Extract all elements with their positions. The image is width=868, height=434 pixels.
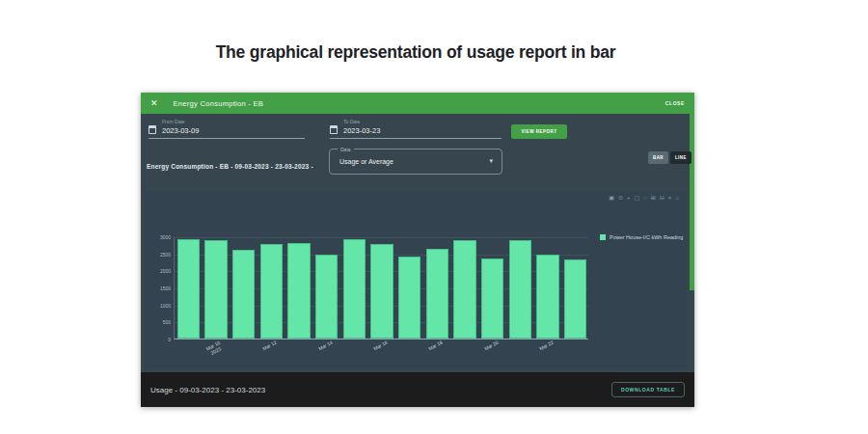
bar-toggle-button[interactable]: BAR bbox=[648, 151, 668, 164]
x-axis-tick: Mar 20 bbox=[483, 339, 500, 352]
zoom-in-icon[interactable]: ⊞ bbox=[651, 195, 656, 201]
footer-summary: Usage - 09-03-2023 - 23-03-2023 bbox=[150, 386, 265, 394]
box-select-icon[interactable]: ▢ bbox=[635, 195, 640, 201]
x-axis-tick: Mar 22 bbox=[538, 339, 555, 352]
x-axis-tick: Mar 14 bbox=[317, 339, 334, 352]
bar-mar-15[interactable] bbox=[343, 239, 366, 339]
bar-mar-23[interactable] bbox=[564, 259, 587, 339]
bar-mar-9[interactable] bbox=[177, 239, 201, 339]
bar-mar-19[interactable] bbox=[453, 240, 476, 339]
to-date-field[interactable]: To Date 2023-03-23 bbox=[330, 119, 502, 139]
camera-icon[interactable]: ▣ bbox=[609, 195, 614, 201]
chevron-down-icon: ▾ bbox=[489, 157, 493, 165]
x-axis-tick: Mar 18 bbox=[427, 339, 444, 352]
bar-mar-11[interactable] bbox=[232, 250, 256, 339]
line-toggle-button[interactable]: LINE bbox=[670, 151, 692, 164]
plot-area: 050010001500200025003000Mar 10 2023Mar 1… bbox=[174, 237, 588, 339]
bar-mar-13[interactable] bbox=[287, 243, 311, 339]
x-axis-tick: Mar 16 bbox=[372, 339, 389, 352]
download-table-button[interactable]: DOWNLOAD TABLE bbox=[611, 382, 685, 397]
y-axis-tick: 0 bbox=[149, 337, 171, 342]
zoom-out-icon[interactable]: ⊟ bbox=[660, 195, 665, 201]
y-axis-tick: 2000 bbox=[149, 268, 171, 274]
y-axis-tick: 1500 bbox=[149, 285, 171, 291]
reset-axes-icon[interactable]: ⌂ bbox=[675, 195, 679, 201]
bar-mar-16[interactable] bbox=[370, 244, 393, 339]
pan-icon[interactable]: + bbox=[627, 195, 631, 201]
energy-report-modal: ✕ Energy Consumption - EB CLOSE From Dat… bbox=[141, 93, 694, 407]
chart-card: ▣⊙+▢◌⊞⊟×⌂ Power House-I/C kWh Reading 05… bbox=[145, 191, 687, 368]
chart-modebar: ▣⊙+▢◌⊞⊟×⌂ bbox=[609, 195, 679, 201]
page: The graphical representation of usage re… bbox=[0, 0, 868, 434]
bar-mar-18[interactable] bbox=[426, 249, 449, 339]
y-axis-tick: 3000 bbox=[149, 234, 171, 240]
page-title: The graphical representation of usage re… bbox=[0, 42, 831, 63]
data-select-label: Data bbox=[338, 147, 354, 152]
chart-type-toggle: BAR LINE bbox=[648, 151, 692, 164]
report-title: Energy Consumption - EB - 09-03-2023 - 2… bbox=[147, 163, 313, 170]
data-select-value: Usage or Average bbox=[339, 158, 393, 165]
x-axis-tick: Mar 12 bbox=[261, 339, 278, 352]
modal-footer: Usage - 09-03-2023 - 23-03-2023 DOWNLOAD… bbox=[141, 372, 694, 407]
autoscale-icon[interactable]: × bbox=[668, 195, 672, 201]
calendar-icon bbox=[149, 125, 156, 134]
modal-header: ✕ Energy Consumption - EB CLOSE bbox=[141, 93, 694, 114]
bar-mar-22[interactable] bbox=[536, 255, 559, 339]
view-report-button[interactable]: VIEW REPORT bbox=[511, 124, 567, 139]
calendar-icon bbox=[330, 125, 338, 134]
legend-label: Power House-I/C kWh Reading bbox=[610, 234, 683, 240]
chart-legend[interactable]: Power House-I/C kWh Reading bbox=[600, 234, 683, 240]
data-select[interactable]: Data Usage or Average ▾ bbox=[329, 149, 502, 175]
close-icon[interactable]: ✕ bbox=[150, 98, 158, 108]
x-axis-tick: Mar 10 2023 bbox=[205, 339, 225, 357]
bar-mar-12[interactable] bbox=[260, 244, 284, 339]
bar-mar-20[interactable] bbox=[481, 258, 504, 339]
from-date-value[interactable]: 2023-03-09 bbox=[162, 126, 199, 135]
close-button[interactable]: CLOSE bbox=[665, 100, 685, 106]
zoom-icon[interactable]: ⊙ bbox=[618, 195, 623, 201]
legend-swatch bbox=[600, 234, 606, 240]
gridline bbox=[175, 237, 588, 238]
modal-right-accent bbox=[690, 93, 694, 290]
from-date-label: From Date bbox=[162, 119, 199, 124]
y-axis-tick: 1000 bbox=[149, 303, 171, 309]
from-date-field[interactable]: From Date 2023-03-09 bbox=[149, 119, 305, 139]
modal-title: Energy Consumption - EB bbox=[174, 99, 264, 108]
y-axis-tick: 2500 bbox=[149, 252, 171, 258]
bar-mar-17[interactable] bbox=[398, 257, 421, 339]
y-axis-tick: 500 bbox=[149, 319, 171, 325]
to-date-value[interactable]: 2023-03-23 bbox=[343, 126, 380, 135]
bar-mar-21[interactable] bbox=[509, 240, 532, 339]
lasso-icon[interactable]: ◌ bbox=[643, 195, 647, 201]
bar-mar-10[interactable] bbox=[204, 240, 228, 339]
bar-mar-14[interactable] bbox=[315, 255, 339, 339]
to-date-label: To Date bbox=[343, 119, 380, 124]
